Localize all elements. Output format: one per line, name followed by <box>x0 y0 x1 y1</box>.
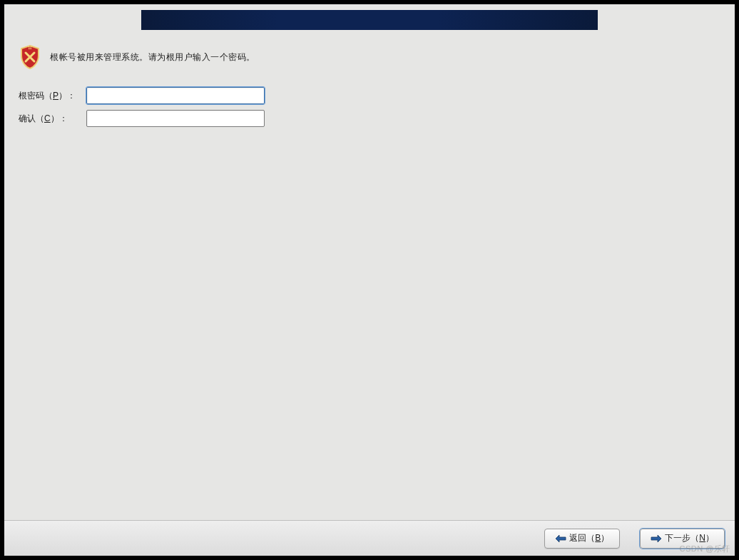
arrow-right-icon <box>651 534 662 543</box>
back-button[interactable]: 返回（B） <box>544 529 620 549</box>
content-area: 根帐号被用来管理系统。请为根用户输入一个密码。 根密码（P）： 确认（C）： <box>4 30 735 520</box>
next-button-label: 下一步（N） <box>665 532 714 544</box>
confirm-password-input[interactable] <box>86 110 265 127</box>
footer-bar: 返回（B） 下一步（N） <box>4 520 735 556</box>
confirm-row: 确认（C）： <box>19 110 720 127</box>
back-button-label: 返回（B） <box>569 532 609 544</box>
intro-text: 根帐号被用来管理系统。请为根用户输入一个密码。 <box>50 51 255 63</box>
password-label: 根密码（P）： <box>19 90 86 102</box>
banner-strip <box>141 10 598 30</box>
installer-window: 根帐号被用来管理系统。请为根用户输入一个密码。 根密码（P）： 确认（C）： <box>4 4 735 556</box>
confirm-label: 确认（C）： <box>19 113 86 125</box>
password-row: 根密码（P）： <box>19 87 720 104</box>
next-button[interactable]: 下一步（N） <box>640 529 725 549</box>
root-password-input[interactable] <box>86 87 265 104</box>
shield-icon <box>19 44 41 70</box>
arrow-left-icon <box>555 534 566 543</box>
intro-row: 根帐号被用来管理系统。请为根用户输入一个密码。 <box>19 44 720 70</box>
